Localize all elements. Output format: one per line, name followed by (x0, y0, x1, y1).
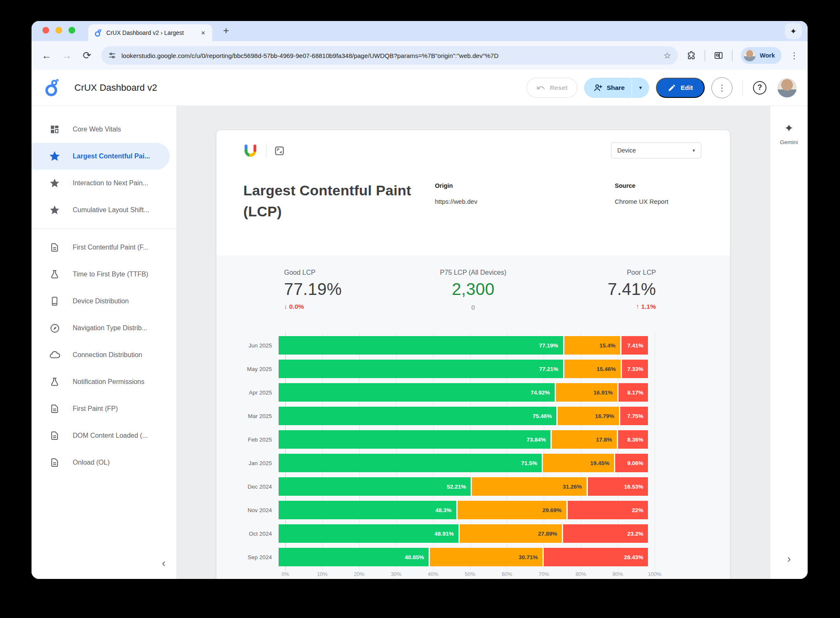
star-icon (49, 178, 60, 189)
bar-segment-poor[interactable]: 8.36% (618, 430, 648, 449)
share-dropdown-caret[interactable]: ▾ (632, 78, 649, 98)
bar-segment-needs-improvement[interactable]: 16.79% (558, 407, 619, 425)
sidebar-item-label: Device Distribution (73, 297, 129, 305)
x-axis-tick: 40% (428, 571, 438, 577)
sidebar-item-label: Notification Permissions (73, 378, 145, 386)
bar-value-label: 15.4% (600, 342, 616, 349)
bar-segment-poor[interactable]: 9.06% (615, 454, 648, 472)
bar-segment-needs-improvement[interactable]: 17.8% (552, 430, 616, 449)
bar-segment-good[interactable]: 48.91% (279, 524, 458, 543)
header-separator (743, 80, 743, 96)
bar-segment-poor[interactable]: 8.17% (619, 383, 648, 402)
sidebar-item-label: Time to First Byte (TTFB) (73, 271, 148, 278)
extensions-icon[interactable] (686, 50, 696, 60)
bookmark-star-icon[interactable]: ☆ (664, 50, 671, 60)
chart-category-label: Oct 2024 (216, 531, 279, 537)
image-embed-icon[interactable] (274, 145, 285, 156)
bar-segment-needs-improvement[interactable]: 31.26% (472, 477, 587, 496)
sidebar-item-cumulative-layout-shift[interactable]: Cumulative Layout Shift... (32, 197, 170, 224)
sidebar-item-first-paint[interactable]: First Paint (FP) (32, 395, 170, 422)
bar-segment-poor[interactable]: 7.75% (620, 407, 648, 425)
browser-tab[interactable]: CrUX Dashboard v2 › Largest ✕ (88, 24, 212, 41)
sidebar-item-core-web-vitals[interactable]: Core Web Vitals (32, 116, 170, 143)
sidebar-item-largest-contentful-paint[interactable]: Largest Contentful Pai... (32, 143, 170, 170)
url-text[interactable]: lookerstudio.google.com/c/u/0/reporting/… (121, 52, 658, 59)
chart-category-label: Sep 2024 (216, 554, 279, 560)
more-vert-icon: ⋮ (718, 83, 726, 93)
lcp-stacked-bar-chart: Jun 202577.19%15.4%7.41%May 202577.21%15… (216, 336, 730, 579)
site-settings-icon[interactable] (108, 51, 116, 60)
sidebar-collapse-icon[interactable]: ‹ (162, 557, 166, 570)
bar-segment-needs-improvement[interactable]: 16.91% (556, 383, 618, 402)
sidebar-item-time-to-first-byte[interactable]: Time to First Byte (TTFB) (32, 261, 170, 288)
bar-segment-good[interactable]: 74.92% (279, 383, 555, 402)
panel-expand-icon[interactable]: › (770, 552, 808, 565)
edit-button[interactable]: Edit (656, 78, 705, 98)
new-tab-button[interactable]: + (220, 25, 232, 37)
chart-row-oct-2024: Oct 202448.91%27.89%23.2% (216, 524, 730, 543)
bar-segment-needs-improvement[interactable]: 30.71% (430, 548, 542, 566)
side-panel-search-icon[interactable] (714, 50, 724, 60)
bar-segment-needs-improvement[interactable]: 27.89% (460, 524, 562, 543)
bar-segment-good[interactable]: 77.19% (279, 336, 563, 355)
bar-segment-good[interactable]: 40.85% (279, 548, 429, 566)
address-bar[interactable]: lookerstudio.google.com/c/u/0/reporting/… (101, 46, 678, 65)
bar-segment-needs-improvement[interactable]: 19.45% (543, 454, 614, 472)
bar-segment-poor[interactable]: 23.2% (563, 524, 648, 543)
bar-segment-needs-improvement[interactable]: 29.69% (458, 501, 566, 519)
browser-toolbar: ← → ⟳ lookerstudio.google.com/c/u/0/repo… (32, 41, 808, 70)
x-axis-tick: 60% (502, 571, 512, 577)
sidebar-item-dom-content-loaded[interactable]: DOM Content Loaded (... (32, 422, 170, 449)
dropdown-caret-icon: ▾ (693, 147, 695, 153)
share-button[interactable]: Share (584, 78, 632, 98)
more-options-button[interactable]: ⋮ (711, 77, 732, 98)
device-filter-dropdown[interactable]: Device ▾ (611, 142, 701, 158)
browser-menu-icon[interactable]: ⋮ (790, 50, 798, 60)
x-axis-tick: 50% (465, 571, 475, 577)
forward-icon[interactable]: → (61, 50, 73, 61)
bar-segment-needs-improvement[interactable]: 15.46% (564, 360, 621, 378)
bar-segment-good[interactable]: 73.84% (279, 430, 550, 449)
bar-segment-poor[interactable]: 28.43% (544, 548, 648, 566)
window-zoom-button[interactable] (68, 27, 75, 34)
bar-segment-poor[interactable]: 7.41% (621, 336, 648, 355)
cloud-icon (49, 350, 60, 360)
person-add-icon (593, 83, 603, 92)
bar-segment-poor[interactable]: 7.33% (622, 360, 648, 378)
gemini-button[interactable]: ✦ Gemini (770, 122, 808, 145)
chart-category-label: Apr 2025 (216, 389, 279, 396)
stacked-bar: 48.3%29.69%22% (279, 501, 648, 519)
reset-button[interactable]: Reset (527, 78, 577, 98)
bar-segment-good[interactable]: 71.5% (279, 454, 542, 472)
bar-segment-poor[interactable]: 22% (568, 501, 648, 519)
tab-search-sparkle-icon[interactable]: ✦ (785, 23, 802, 39)
tab-close-icon[interactable]: ✕ (199, 29, 207, 37)
window-minimize-button[interactable] (55, 27, 62, 34)
help-button[interactable]: ? (753, 81, 766, 95)
chart-row-dec-2024: Dec 202452.21%31.26%16.53% (216, 477, 730, 496)
bar-segment-poor[interactable]: 16.53% (588, 477, 648, 496)
bar-segment-good[interactable]: 77.21% (279, 360, 563, 378)
sidebar-item-interaction-to-next-paint[interactable]: Interaction to Next Pain... (32, 170, 170, 197)
sidebar-item-navigation-type-distribution[interactable]: Navigation Type Distrib... (32, 315, 170, 342)
profile-chip[interactable]: Work (741, 47, 782, 64)
sidebar-item-first-contentful-paint[interactable]: First Contentful Paint (F... (32, 234, 170, 261)
chart-row-jan-2025: Jan 202571.5%19.45%9.06% (216, 454, 730, 472)
sidebar-item-notification-permissions[interactable]: Notification Permissions (32, 368, 170, 395)
poor-lcp-change: ↑ 1.1% (608, 303, 656, 310)
sidebar-item-connection-distribution[interactable]: Connection Distribution (32, 342, 170, 368)
chart-row-mar-2025: Mar 202575.46%16.79%7.75% (216, 407, 730, 425)
bar-value-label: 7.33% (627, 366, 643, 372)
sidebar-item-device-distribution[interactable]: Device Distribution (32, 288, 170, 315)
bar-segment-good[interactable]: 48.3% (279, 501, 456, 519)
window-close-button[interactable] (42, 27, 49, 34)
account-avatar[interactable] (777, 78, 797, 97)
bar-segment-needs-improvement[interactable]: 15.4% (564, 336, 620, 355)
bar-segment-good[interactable]: 75.46% (279, 407, 556, 425)
bar-segment-good[interactable]: 52.21% (279, 477, 471, 496)
back-icon[interactable]: ← (41, 50, 53, 61)
sidebar-item-onload[interactable]: Onload (OL) (32, 449, 170, 476)
chart-row-nov-2024: Nov 202448.3%29.69%22% (216, 501, 730, 519)
reload-icon[interactable]: ⟳ (81, 50, 93, 61)
report-page-sidebar: Core Web VitalsLargest Contentful Pai...… (32, 106, 177, 579)
